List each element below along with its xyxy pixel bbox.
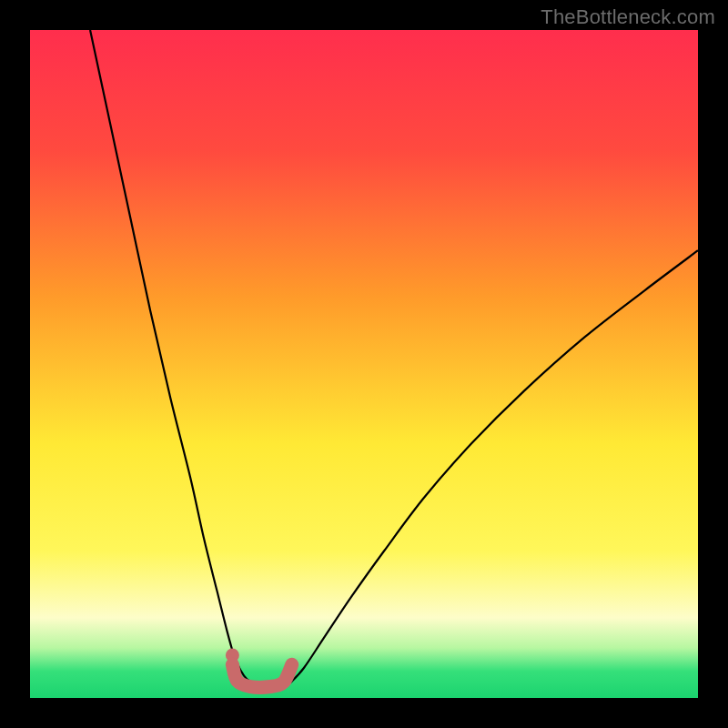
- outer-frame: TheBottleneck.com: [0, 0, 728, 728]
- chart-svg: [30, 30, 698, 698]
- watermark-text: TheBottleneck.com: [541, 5, 715, 29]
- gradient-background: [30, 30, 698, 698]
- plot-area: [30, 30, 698, 698]
